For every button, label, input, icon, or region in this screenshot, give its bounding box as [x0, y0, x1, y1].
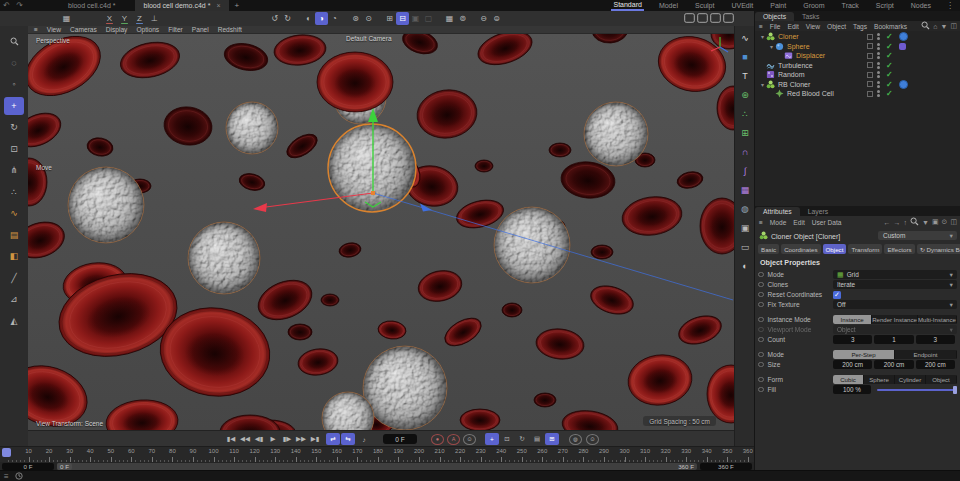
range-slider[interactable]: 0 F 360 F [57, 463, 697, 470]
om-menu-edit[interactable]: Edit [787, 23, 798, 30]
value-field-1[interactable]: 200 cm [874, 360, 913, 369]
mograph-tag-icon[interactable] [899, 32, 908, 41]
poly-pen-icon[interactable]: ▤ [4, 226, 24, 244]
viewport-menu-panel[interactable]: Panel [192, 26, 209, 33]
prev-key-button[interactable]: ◀◀ [238, 433, 252, 445]
slider-value-field[interactable]: 100 % [833, 385, 871, 394]
layout-double-icon[interactable] [697, 13, 708, 24]
bend-deformer-icon[interactable]: ∩ [737, 144, 753, 159]
visibility-dot[interactable] [877, 94, 880, 97]
value-field-2[interactable]: 200 cm [916, 360, 955, 369]
select-tool-icon[interactable]: ◑ [315, 12, 328, 25]
visibility-dots[interactable] [877, 81, 880, 88]
preset-dropdown[interactable]: Custom ▼ [878, 231, 957, 240]
anim-dot[interactable] [758, 362, 764, 368]
value-field-0[interactable]: 3 [833, 335, 872, 344]
section-tab-dynamics-body[interactable]: ↻ Dynamics Body [917, 244, 960, 254]
enabled-check-icon[interactable]: ✓ [886, 70, 893, 79]
new-tab-button[interactable]: + [235, 1, 240, 10]
zoom-icon[interactable] [4, 32, 24, 50]
visibility-dots[interactable] [877, 33, 880, 40]
layout-custom-icon[interactable] [723, 13, 734, 24]
forward-icon[interactable]: ↷ [13, 1, 26, 10]
frame-field[interactable]: 0 F [383, 434, 417, 444]
dropdown-viewport-mode[interactable]: Object▼ [833, 325, 957, 334]
visibility-dot[interactable] [877, 90, 880, 93]
anim-dot[interactable] [758, 317, 764, 323]
material-icon[interactable]: ◐ [737, 258, 753, 273]
record-scale-toggle[interactable]: ⊡ [500, 433, 514, 445]
visibility-dot[interactable] [877, 71, 880, 74]
spline-pen-icon[interactable]: ∿ [4, 204, 24, 222]
virus-sphere[interactable] [68, 167, 144, 243]
anim-dot[interactable] [758, 327, 764, 333]
value-field-1[interactable]: 1 [874, 335, 913, 344]
virus-sphere[interactable] [188, 222, 260, 294]
segment-option-cylinder[interactable]: Cylinder [895, 375, 926, 384]
attr-menu-user-data[interactable]: User Data [812, 219, 842, 226]
back-icon[interactable]: ↶ [0, 1, 13, 10]
slider-handle[interactable] [953, 386, 957, 394]
coord-tool-icon[interactable]: ⋔ [4, 161, 24, 179]
attr-menu-mode[interactable]: Mode [770, 219, 787, 226]
layer-square[interactable] [867, 91, 873, 97]
material-mode-icon[interactable]: ⊚ [456, 12, 469, 25]
axis-z-lock[interactable]: Z [133, 12, 146, 25]
close-icon[interactable]: × [216, 2, 220, 9]
section-tab-object[interactable]: Object [823, 244, 847, 254]
solo-button[interactable]: ⊙ [586, 434, 599, 445]
enabled-check-icon[interactable]: ✓ [886, 80, 893, 89]
axis-y-lock[interactable]: Y [118, 12, 131, 25]
attr-menu-icon[interactable]: ≡ [759, 219, 763, 226]
record-rotation-toggle[interactable]: ↻ [515, 433, 529, 445]
brush-icon[interactable]: ◐ [302, 12, 315, 25]
cube-object-icon[interactable]: ■ [737, 49, 753, 64]
simulate-icon[interactable]: ⊛ [349, 12, 362, 25]
virus-sphere[interactable] [226, 102, 278, 154]
om-menu-icon[interactable]: ≡ [759, 23, 763, 30]
autokey-button[interactable]: A [447, 434, 460, 445]
blood-cell[interactable] [502, 303, 522, 317]
panel-tab-tasks[interactable]: Tasks [794, 12, 827, 21]
layout-tab-track[interactable]: Track [840, 1, 861, 10]
visibility-dot[interactable] [877, 43, 880, 46]
slider-track[interactable] [877, 389, 957, 391]
uv-tool-icon[interactable]: ◧ [4, 247, 24, 265]
expand-icon[interactable]: ▾ [768, 43, 775, 50]
search-icon[interactable] [921, 21, 930, 31]
layout-tab-uvedit[interactable]: UVEdit [729, 1, 755, 10]
attr-nav-icon-0[interactable]: ← [883, 219, 890, 226]
layout-tab-model[interactable]: Model [657, 1, 680, 10]
enabled-check-icon[interactable]: ✓ [886, 61, 893, 70]
tweak-tool-icon[interactable]: ◔ [328, 12, 341, 25]
frame-active-icon[interactable]: ⊟ [396, 12, 409, 25]
soft-selection-icon[interactable]: ◦ [4, 75, 24, 93]
axis-x-lock[interactable]: X [103, 12, 116, 25]
visibility-dots[interactable] [877, 52, 880, 59]
object-row-displacer[interactable]: Displacer✓ [755, 51, 960, 61]
gear-small-icon[interactable]: ⊙ [362, 12, 375, 25]
section-tab-coordinates[interactable]: Coordinates [781, 244, 820, 254]
record-parameter-toggle[interactable]: ▤ [530, 433, 544, 445]
enabled-check-icon[interactable]: ✓ [886, 32, 893, 41]
play-button[interactable]: ▶ [266, 433, 280, 445]
viewport-menu-view[interactable]: View [47, 26, 61, 33]
cloner-object-icon[interactable]: ⊛ [737, 87, 753, 102]
section-tab-effectors[interactable]: Effectors [884, 244, 914, 254]
current-frame-field[interactable]: 0 F [2, 463, 54, 470]
segment-option-instance[interactable]: Instance [833, 315, 872, 324]
attr-menu-edit[interactable]: Edit [793, 219, 804, 226]
pingpong-toggle[interactable]: ⇆ [341, 433, 355, 445]
layer-square[interactable] [867, 62, 873, 68]
segment-option-endpoint[interactable]: Endpoint [895, 350, 957, 359]
anim-dot[interactable] [758, 352, 764, 358]
next-frame-button[interactable]: ▮▶ [280, 433, 294, 445]
blood-cell[interactable] [321, 294, 339, 306]
visibility-dot[interactable] [877, 33, 880, 36]
ffd-deformer-icon[interactable]: ▦ [737, 182, 753, 197]
viewport-menu-display[interactable]: Display [106, 26, 128, 33]
segment-option-cubic[interactable]: Cubic [833, 375, 864, 384]
camera-icon[interactable]: ▣ [737, 220, 753, 235]
blood-cell[interactable] [288, 324, 312, 340]
splinewrap-deformer-icon[interactable]: ∫ [737, 163, 753, 178]
